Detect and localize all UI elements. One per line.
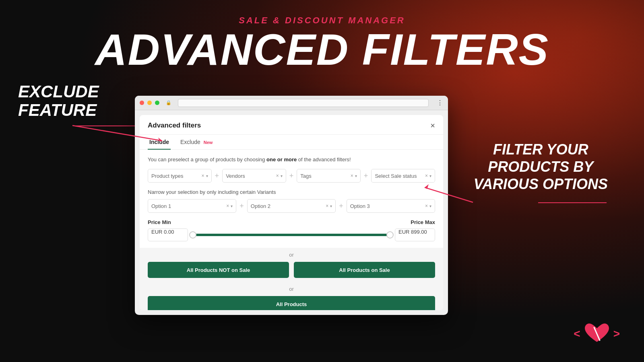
price-labels: Price Min Price Max: [148, 219, 435, 225]
vendors-select[interactable]: Vendors × ▾: [222, 169, 286, 183]
modal-container: Advanced filters × Include Exclude New Y…: [140, 115, 443, 310]
or-divider-2: or: [144, 282, 438, 296]
main-title: ADVANCED FILTERS: [0, 27, 644, 72]
right-label-line1: FILTER YOUR: [474, 141, 608, 158]
option1-clear[interactable]: ×: [226, 203, 229, 209]
range-track: [193, 234, 390, 236]
option1-arrow-icon: ▾: [231, 204, 233, 208]
browser-url-bar[interactable]: [178, 99, 429, 107]
tabs-container: Include Exclude New: [140, 135, 443, 150]
modal-header: Advanced filters ×: [140, 115, 443, 135]
close-button[interactable]: ×: [430, 121, 435, 130]
option3-clear[interactable]: ×: [425, 203, 428, 209]
option3-arrow-icon: ▾: [429, 204, 431, 208]
price-range-slider[interactable]: [193, 228, 390, 241]
plus-icon-2: +: [289, 172, 294, 180]
vendors-arrow-icon: ▾: [281, 174, 283, 178]
action-buttons-row: All Products NOT on Sale All Products on…: [144, 262, 438, 278]
product-types-label: Product types: [151, 173, 184, 179]
price-min-label: Price Min: [148, 219, 171, 225]
plus-icon-5: +: [339, 202, 343, 210]
right-annotation-line: [538, 202, 607, 203]
browser-dot-red[interactable]: [140, 101, 144, 105]
sale-status-arrow-icon: ▾: [429, 174, 431, 178]
sale-status-clear[interactable]: ×: [425, 173, 428, 179]
price-max-input[interactable]: EUR 899.00: [395, 228, 435, 241]
header: SALE & DISCOUNT MANAGER ADVANCED FILTERS: [0, 0, 644, 72]
option2-arrow-icon: ▾: [330, 204, 332, 208]
all-products-on-sale-button[interactable]: All Products on Sale: [294, 262, 435, 278]
heart-logo: < >: [574, 322, 620, 346]
browser-dot-yellow[interactable]: [147, 101, 152, 105]
filter-row-1: Product types × ▾ + Vendors × ▾ +: [148, 169, 435, 183]
left-label-line1: EXCLUDE: [18, 82, 99, 101]
option2-label: Option 2: [251, 203, 270, 209]
browser-lock-icon: 🔒: [166, 100, 171, 105]
product-types-arrow-icon: ▾: [206, 174, 208, 178]
heart-icon: [583, 322, 611, 346]
or-divider-1: or: [144, 248, 438, 262]
option3-select[interactable]: Option 3 × ▾: [347, 199, 435, 213]
left-label: EXCLUDE FEATURE: [18, 82, 99, 119]
vendors-label: Vendors: [226, 173, 245, 179]
browser-menu-icon[interactable]: ⋮: [437, 99, 443, 107]
option2-select[interactable]: Option 2 × ▾: [247, 199, 336, 213]
narrow-label: Narrow your selection by only including …: [148, 189, 435, 195]
filter-description: You can preselect a group of products by…: [148, 156, 435, 163]
product-types-clear[interactable]: ×: [202, 173, 204, 179]
tags-arrow-icon: ▾: [355, 174, 357, 178]
browser-chrome: 🔒 ⋮: [135, 96, 448, 110]
range-thumb-right[interactable]: [386, 231, 394, 239]
option3-label: Option 3: [350, 203, 370, 209]
modal-bottom: or All Products NOT on Sale All Products…: [140, 248, 443, 310]
price-max-label: Price Max: [411, 219, 435, 225]
product-types-select[interactable]: Product types × ▾: [148, 169, 212, 183]
new-badge: New: [204, 140, 213, 145]
vendors-clear[interactable]: ×: [276, 173, 279, 179]
left-annotation-line: [74, 125, 145, 126]
right-label-line2: PRODUCTS BY: [474, 158, 608, 175]
price-inputs-row: EUR 0.00 EUR 899.00: [148, 228, 435, 241]
option1-label: Option 1: [151, 203, 171, 209]
variant-row: Option 1 × ▾ + Option 2 × ▾ + Op: [148, 199, 435, 213]
plus-icon-3: +: [364, 172, 368, 180]
right-label-line3: VARIOUS OPTIONS: [474, 175, 608, 193]
browser-window: 🔒 ⋮ Advanced filters × Include Exclude N…: [135, 96, 448, 315]
price-min-input[interactable]: EUR 0.00: [148, 228, 188, 241]
option1-select[interactable]: Option 1 × ▾: [148, 199, 236, 213]
browser-dot-green[interactable]: [155, 101, 159, 105]
modal-body: You can preselect a group of products by…: [140, 150, 443, 248]
price-section: Price Min Price Max EUR 0.00 EUR 899.: [148, 219, 435, 241]
left-bracket: <: [574, 327, 580, 340]
plus-icon-4: +: [239, 202, 244, 210]
sale-status-select[interactable]: Select Sale status × ▾: [371, 169, 435, 183]
all-products-row: All Products: [144, 296, 438, 310]
sale-status-label: Select Sale status: [375, 173, 417, 179]
tags-select[interactable]: Tags × ▾: [297, 169, 361, 183]
right-label: FILTER YOUR PRODUCTS BY VARIOUS OPTIONS: [474, 141, 608, 193]
tab-include[interactable]: Include: [148, 135, 171, 149]
plus-icon-1: +: [215, 172, 219, 180]
modal-title: Advanced filters: [148, 121, 201, 130]
tags-clear[interactable]: ×: [351, 173, 353, 179]
range-thumb-left[interactable]: [189, 231, 196, 239]
all-products-not-on-sale-button[interactable]: All Products NOT on Sale: [148, 262, 289, 278]
right-bracket: >: [613, 327, 620, 340]
left-label-line2: FEATURE: [18, 101, 99, 119]
option2-clear[interactable]: ×: [326, 203, 328, 209]
tab-exclude[interactable]: Exclude New: [179, 135, 214, 149]
all-products-button[interactable]: All Products: [148, 296, 435, 310]
tags-label: Tags: [300, 173, 311, 179]
